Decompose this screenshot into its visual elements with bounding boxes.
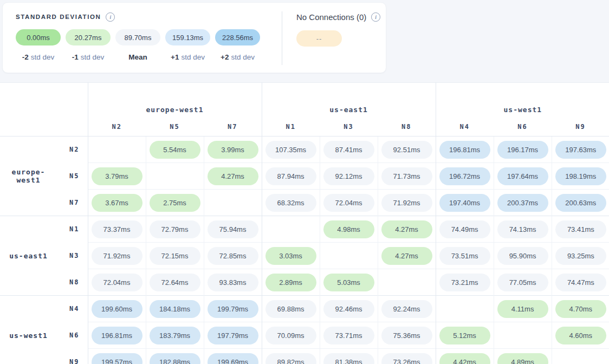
- latency-pill[interactable]: 73.37ms: [92, 220, 142, 238]
- latency-pill[interactable]: 184.18ms: [150, 300, 200, 318]
- latency-pill[interactable]: 81.38ms: [323, 353, 374, 364]
- latency-pill[interactable]: 182.88ms: [150, 353, 200, 364]
- latency-pill[interactable]: 72.64ms: [150, 274, 200, 291]
- latency-pill[interactable]: 5.03ms: [323, 274, 374, 291]
- latency-cell: 71.92ms: [378, 190, 436, 216]
- latency-pill[interactable]: 4.42ms: [439, 353, 490, 364]
- latency-pill[interactable]: 72.04ms: [92, 274, 142, 291]
- latency-pill[interactable]: 4.11ms: [497, 300, 548, 318]
- latency-pill[interactable]: 5.54ms: [150, 141, 200, 159]
- latency-pill[interactable]: 197.79ms: [208, 327, 258, 344]
- latency-cell: 4.70ms: [552, 296, 609, 322]
- latency-pill[interactable]: 71.92ms: [381, 194, 432, 212]
- latency-pill[interactable]: 196.17ms: [497, 141, 548, 159]
- latency-pill[interactable]: 74.13ms: [497, 220, 548, 238]
- latency-pill[interactable]: 72.85ms: [208, 247, 258, 265]
- latency-pill[interactable]: 4.60ms: [555, 327, 606, 344]
- latency-pill[interactable]: 183.79ms: [150, 327, 200, 344]
- latency-pill[interactable]: 73.26ms: [381, 353, 432, 364]
- latency-pill[interactable]: 199.60ms: [92, 300, 142, 318]
- latency-pill[interactable]: 196.72ms: [439, 167, 490, 185]
- table-row: N872.04ms72.64ms93.83ms2.89ms5.03ms73.21…: [0, 269, 609, 296]
- latency-pill[interactable]: 199.79ms: [208, 300, 258, 318]
- latency-cell: 197.79ms: [204, 322, 262, 349]
- latency-pill[interactable]: 107.35ms: [265, 141, 316, 159]
- latency-pill[interactable]: 2.75ms: [150, 194, 200, 212]
- latency-pill[interactable]: 196.81ms: [439, 141, 490, 159]
- latency-pill[interactable]: 87.41ms: [323, 141, 374, 159]
- latency-pill[interactable]: 199.57ms: [92, 353, 142, 364]
- latency-pill[interactable]: 89.82ms: [265, 353, 316, 364]
- latency-pill[interactable]: 2.89ms: [265, 274, 316, 291]
- latency-cell: 5.12ms: [436, 322, 494, 349]
- latency-cell: 87.41ms: [320, 136, 378, 163]
- latency-pill[interactable]: 3.99ms: [208, 141, 258, 159]
- latency-pill[interactable]: 4.27ms: [381, 220, 432, 238]
- latency-pill[interactable]: 5.12ms: [439, 327, 490, 344]
- row-region-label: us-west1: [0, 296, 57, 364]
- table-row: N6196.81ms183.79ms197.79ms70.09ms73.71ms…: [0, 322, 609, 349]
- latency-cell: 196.81ms: [436, 136, 494, 163]
- info-icon[interactable]: i: [371, 12, 380, 22]
- latency-pill[interactable]: 74.49ms: [439, 220, 490, 238]
- latency-pill[interactable]: 197.40ms: [439, 194, 490, 212]
- latency-pill[interactable]: 199.69ms: [208, 353, 258, 364]
- latency-pill[interactable]: 4.89ms: [497, 353, 548, 364]
- row-node-label: N5: [57, 163, 88, 190]
- latency-pill[interactable]: 92.12ms: [323, 167, 374, 185]
- column-node-label: N1: [262, 117, 320, 136]
- latency-pill[interactable]: 77.05ms: [497, 274, 548, 291]
- latency-pill[interactable]: 4.27ms: [381, 247, 432, 265]
- latency-pill[interactable]: 92.24ms: [381, 300, 432, 318]
- latency-cell: 199.60ms: [88, 296, 146, 322]
- latency-pill[interactable]: 197.63ms: [555, 141, 606, 159]
- latency-pill[interactable]: 3.03ms: [265, 247, 316, 265]
- latency-cell: [552, 349, 609, 364]
- column-node-label: N8: [378, 117, 436, 136]
- latency-pill[interactable]: 4.98ms: [323, 220, 374, 238]
- latency-pill[interactable]: 73.21ms: [439, 274, 490, 291]
- latency-pill[interactable]: 92.51ms: [381, 141, 432, 159]
- matrix-row-group: us-east1N173.37ms72.79ms75.94ms4.98ms4.2…: [0, 216, 609, 296]
- latency-pill[interactable]: 69.88ms: [265, 300, 316, 318]
- latency-pill[interactable]: 72.15ms: [150, 247, 200, 265]
- latency-cell: 74.49ms: [436, 216, 494, 243]
- latency-cell: 75.94ms: [204, 216, 262, 243]
- latency-pill[interactable]: 75.94ms: [208, 220, 258, 238]
- latency-pill[interactable]: 73.51ms: [439, 247, 490, 265]
- matrix-corner-cell: [0, 83, 88, 136]
- latency-pill[interactable]: 72.04ms: [323, 194, 374, 212]
- latency-pill[interactable]: 87.94ms: [265, 167, 316, 185]
- latency-pill[interactable]: 3.67ms: [92, 194, 142, 212]
- latency-pill[interactable]: 95.90ms: [497, 247, 548, 265]
- latency-cell: 68.32ms: [262, 190, 320, 216]
- latency-pill[interactable]: 200.63ms: [555, 194, 606, 212]
- table-row: us-east1N173.37ms72.79ms75.94ms4.98ms4.2…: [0, 216, 609, 243]
- latency-pill[interactable]: 4.27ms: [208, 167, 258, 185]
- latency-pill[interactable]: 70.09ms: [265, 327, 316, 344]
- info-icon[interactable]: i: [106, 12, 115, 22]
- latency-pill[interactable]: 93.83ms: [208, 274, 258, 291]
- latency-pill[interactable]: 200.37ms: [497, 194, 548, 212]
- latency-pill[interactable]: 4.70ms: [555, 300, 606, 318]
- latency-pill[interactable]: 68.32ms: [265, 194, 316, 212]
- latency-pill[interactable]: 198.19ms: [555, 167, 606, 185]
- latency-pill[interactable]: 73.71ms: [323, 327, 374, 344]
- row-node-label: N4: [57, 296, 88, 322]
- latency-pill[interactable]: 72.79ms: [150, 220, 200, 238]
- legend-stop-pill: 89.70ms: [115, 29, 160, 46]
- latency-cell: [146, 163, 204, 190]
- latency-pill[interactable]: 197.64ms: [497, 167, 548, 185]
- latency-pill[interactable]: 71.92ms: [92, 247, 142, 265]
- latency-pill[interactable]: 71.73ms: [381, 167, 432, 185]
- latency-pill[interactable]: 92.46ms: [323, 300, 374, 318]
- latency-pill[interactable]: 196.81ms: [92, 327, 142, 344]
- latency-pill[interactable]: 3.79ms: [92, 167, 142, 185]
- latency-pill[interactable]: 93.25ms: [555, 247, 606, 265]
- latency-pill[interactable]: 73.41ms: [555, 220, 606, 238]
- legend-stop-label: +1std dev: [165, 46, 210, 61]
- latency-pill[interactable]: 74.47ms: [555, 274, 606, 291]
- latency-cell: 199.69ms: [204, 349, 262, 364]
- legend-stop: 20.27ms: [66, 29, 111, 46]
- latency-pill[interactable]: 75.36ms: [381, 327, 432, 344]
